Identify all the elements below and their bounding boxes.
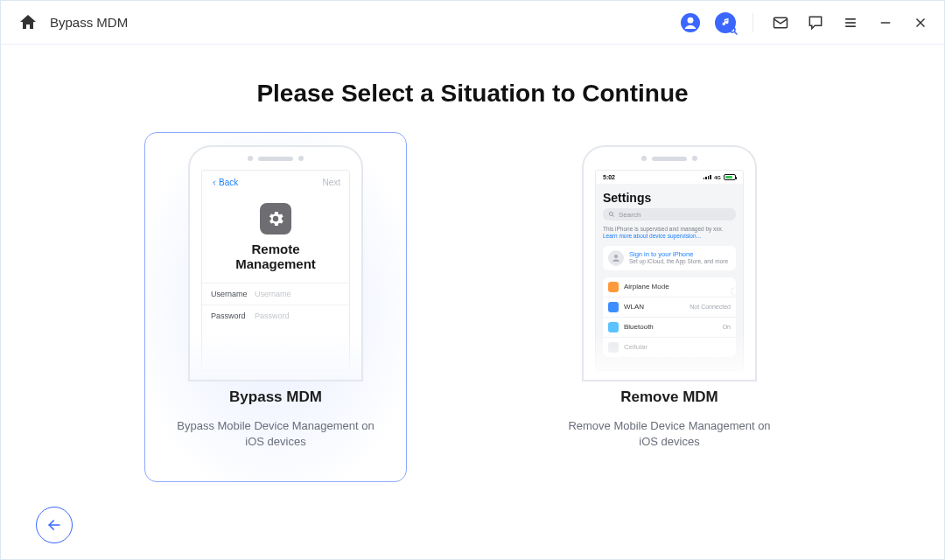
list-item-cellular: Cellular (603, 338, 736, 357)
remote-management-title: Remote Management (235, 242, 316, 272)
list-item-bluetooth: Bluetooth On (603, 318, 736, 338)
avatar-icon (608, 250, 624, 266)
svg-point-13 (614, 255, 618, 258)
account-icon[interactable] (679, 11, 702, 34)
screen-next-label: Next (322, 178, 340, 187)
svg-point-11 (609, 212, 612, 215)
back-button[interactable] (36, 507, 73, 543)
title-bar: Bypass MDM (1, 1, 944, 45)
menu-icon[interactable] (839, 11, 862, 34)
list-item-wlan: WLAN Not Connected (603, 298, 736, 318)
mail-icon[interactable] (769, 11, 792, 34)
phone-mockup-bypass: Back Next Remote Management Username Use… (188, 145, 363, 382)
gear-icon (260, 203, 291, 234)
header-divider (752, 13, 753, 32)
page-heading: Please Select a Situation to Continue (1, 80, 944, 108)
svg-point-2 (730, 27, 735, 32)
phone-mockup-remove: 5:02 4G Settings Search (582, 145, 757, 382)
option-bypass-desc: Bypass Mobile Device Management on iOS d… (166, 418, 385, 450)
settings-search: Search (603, 208, 736, 220)
username-field: Username Username (202, 283, 349, 304)
main-content: Please Select a Situation to Continue Ba… (1, 45, 944, 559)
password-field: Password Password (202, 304, 349, 326)
feedback-icon[interactable] (804, 11, 827, 34)
settings-heading: Settings (603, 191, 736, 205)
svg-point-1 (688, 17, 694, 23)
supervision-note: This iPhone is supervised and managed by… (603, 226, 736, 241)
home-icon[interactable] (17, 11, 39, 34)
minimize-icon[interactable] (874, 11, 897, 34)
option-bypass-mdm[interactable]: Back Next Remote Management Username Use… (144, 132, 407, 482)
header-title: Bypass MDM (50, 15, 128, 30)
option-remove-desc: Remove Mobile Device Management on iOS d… (560, 418, 779, 450)
screen-back-link: Back (211, 178, 238, 187)
close-icon[interactable] (909, 11, 932, 34)
svg-line-12 (612, 215, 614, 217)
svg-line-3 (735, 32, 738, 34)
option-bypass-title: Bypass MDM (229, 388, 322, 406)
list-item-airplane: Airplane Mode (603, 277, 736, 298)
status-time: 5:02 (603, 174, 615, 180)
music-search-icon[interactable] (714, 11, 737, 34)
option-remove-title: Remove MDM (620, 388, 718, 406)
option-remove-mdm[interactable]: 5:02 4G Settings Search (538, 132, 801, 482)
signin-row: Sign in to your iPhone Set up iCloud, th… (603, 246, 736, 270)
status-indicators: 4G (704, 174, 736, 180)
